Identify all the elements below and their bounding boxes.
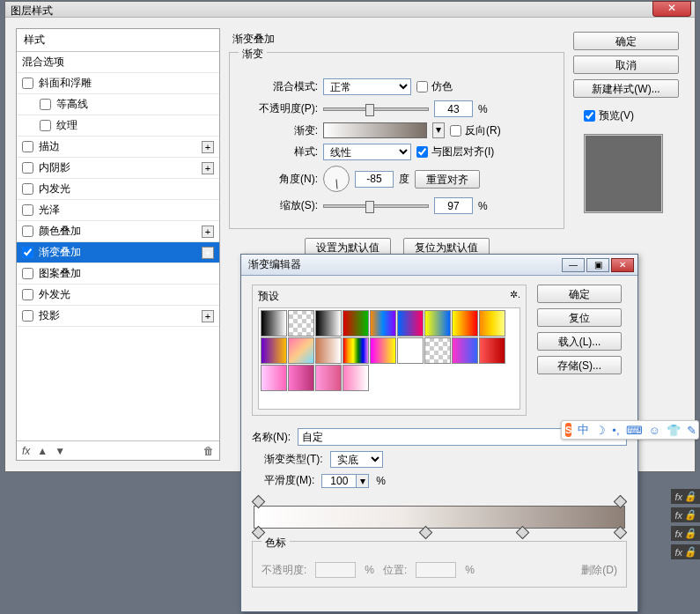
align-checkbox[interactable] (416, 146, 428, 158)
new-style-button[interactable]: 新建样式(W)... (573, 79, 679, 98)
smooth-input[interactable] (322, 475, 356, 487)
layer-style-titlebar[interactable]: 图层样式 (5, 2, 695, 18)
ime-tool-icon[interactable]: ✎ (687, 424, 696, 437)
preset-swatch[interactable] (343, 337, 369, 364)
ge-load-button[interactable]: 载入(L)... (537, 332, 622, 351)
trash-icon[interactable]: 🗑 (203, 445, 214, 457)
type-select[interactable]: 实底 (330, 451, 383, 468)
plus-icon[interactable]: + (202, 141, 214, 153)
style-checkbox[interactable] (22, 226, 33, 237)
preset-swatch[interactable] (370, 337, 396, 364)
gradient-dropdown-icon[interactable]: ▾ (432, 122, 445, 138)
fx-button[interactable]: fx🔒 (671, 489, 700, 504)
preset-swatch[interactable] (479, 337, 505, 364)
cancel-button[interactable]: 取消 (573, 55, 679, 74)
maximize-button[interactable]: ▣ (586, 258, 609, 272)
ime-skin-icon[interactable]: 👕 (667, 424, 681, 437)
gear-icon[interactable]: ✲. (510, 289, 520, 304)
style-select[interactable]: 线性 (323, 144, 411, 160)
ime-toolbar[interactable]: S 中 ☽ •, ⌨ ☺ 👕 ✎ (561, 420, 699, 440)
opacity-slider[interactable] (323, 107, 429, 111)
preset-swatch[interactable] (424, 337, 451, 364)
style-checkbox[interactable] (22, 141, 33, 152)
ime-user-icon[interactable]: ☺ (649, 424, 660, 437)
fx-button[interactable]: fx🔒 (671, 526, 700, 541)
style-row[interactable]: 投影+ (17, 306, 219, 327)
close-button[interactable]: ✕ (652, 1, 691, 17)
ime-logo-icon[interactable]: S (565, 423, 571, 437)
blend-options-row[interactable]: 混合选项 (17, 52, 219, 73)
fx-icon[interactable]: fx (22, 445, 30, 457)
style-row[interactable]: 等高线 (17, 94, 219, 115)
style-checkbox[interactable] (22, 204, 33, 216)
scale-input[interactable] (434, 197, 473, 214)
ge-reset-button[interactable]: 复位 (537, 308, 622, 327)
preset-swatch[interactable] (315, 337, 342, 364)
preset-swatch[interactable] (288, 365, 314, 391)
style-checkbox[interactable] (22, 162, 33, 174)
preset-swatch[interactable] (261, 337, 287, 364)
plus-icon[interactable]: + (202, 247, 214, 259)
scale-slider[interactable] (323, 204, 429, 208)
up-icon[interactable]: ▲ (37, 445, 48, 457)
ge-save-button[interactable]: 存储(S)... (537, 356, 622, 374)
style-checkbox[interactable] (22, 310, 33, 322)
preset-swatch[interactable] (261, 365, 287, 391)
ok-button[interactable]: 确定 (573, 32, 679, 50)
gradient-swatch[interactable] (323, 122, 427, 138)
angle-dial[interactable] (323, 166, 350, 192)
style-checkbox[interactable] (40, 120, 51, 131)
preset-swatch[interactable] (315, 310, 342, 337)
style-checkbox[interactable] (22, 247, 33, 258)
preset-swatch[interactable] (370, 310, 396, 337)
down-icon[interactable]: ▼ (55, 445, 65, 457)
preset-swatch[interactable] (288, 337, 314, 364)
styles-header[interactable]: 样式 (17, 29, 219, 52)
style-checkbox[interactable] (40, 99, 51, 110)
style-row[interactable]: 斜面和浮雕 (17, 73, 219, 94)
style-checkbox[interactable] (22, 183, 33, 195)
preset-swatch[interactable] (452, 310, 478, 337)
gradient-editor-titlebar[interactable]: 渐变编辑器 — ▣ ✕ (241, 255, 637, 276)
ge-close-button[interactable]: ✕ (611, 258, 634, 272)
fx-button[interactable]: fx🔒 (671, 544, 700, 559)
preview-checkbox[interactable] (584, 110, 595, 122)
ime-punct-icon[interactable]: •, (612, 424, 619, 437)
reset-align-button[interactable]: 重置对齐 (415, 170, 480, 189)
preset-swatch[interactable] (479, 310, 505, 337)
style-row[interactable]: 渐变叠加+ (17, 242, 219, 263)
angle-input[interactable] (355, 171, 394, 188)
style-row[interactable]: 颜色叠加+ (17, 221, 219, 242)
style-row[interactable]: 图案叠加 (17, 263, 219, 285)
style-checkbox[interactable] (22, 268, 33, 279)
ime-keyboard-icon[interactable]: ⌨ (626, 424, 643, 437)
gradient-bar-editor[interactable] (254, 497, 625, 537)
preset-swatch[interactable] (397, 337, 424, 364)
style-row[interactable]: 描边+ (17, 137, 219, 158)
smooth-dd-icon[interactable]: ▾ (356, 475, 368, 487)
preset-swatch[interactable] (343, 365, 369, 391)
preset-swatch[interactable] (452, 337, 478, 364)
ime-moon-icon[interactable]: ☽ (595, 424, 606, 437)
ime-lang-icon[interactable]: 中 (578, 422, 589, 438)
style-checkbox[interactable] (22, 78, 33, 89)
blend-mode-select[interactable]: 正常 (323, 78, 411, 95)
preset-swatch[interactable] (315, 365, 342, 391)
plus-icon[interactable]: + (202, 162, 214, 174)
fx-button[interactable]: fx🔒 (671, 507, 700, 522)
reverse-checkbox[interactable] (450, 125, 461, 137)
opacity-input[interactable] (434, 100, 473, 117)
dither-checkbox[interactable] (416, 81, 428, 92)
plus-icon[interactable]: + (202, 226, 214, 238)
ge-ok-button[interactable]: 确定 (537, 285, 622, 303)
preset-swatch[interactable] (288, 310, 314, 337)
preset-swatch[interactable] (424, 310, 451, 337)
style-row[interactable]: 外发光 (17, 285, 219, 306)
preset-swatch[interactable] (343, 310, 369, 337)
style-row[interactable]: 光泽 (17, 200, 219, 221)
preset-swatch[interactable] (261, 310, 287, 337)
plus-icon[interactable]: + (202, 310, 214, 322)
style-row[interactable]: 内发光 (17, 179, 219, 200)
style-row[interactable]: 纹理 (17, 115, 219, 137)
style-checkbox[interactable] (22, 289, 33, 300)
